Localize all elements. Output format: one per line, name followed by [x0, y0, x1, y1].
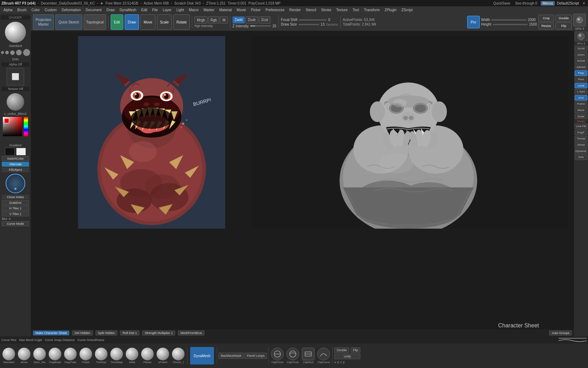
mrgb-button[interactable]: Mrgb — [194, 16, 207, 23]
brush-move[interactable]: Move — [17, 347, 32, 364]
menu-preferences[interactable]: Preferences — [263, 7, 286, 13]
brush-clay-tube[interactable]: ClayTube — [63, 347, 78, 364]
menu-zplugin[interactable]: ZPlugin — [382, 7, 399, 13]
menu-light[interactable]: Light — [174, 7, 186, 13]
poly-f-button[interactable]: PolyF — [575, 130, 587, 136]
brush-circle-1[interactable]: ClipCircle — [270, 347, 285, 364]
xyz-button[interactable]: XYZ — [575, 95, 587, 101]
floor-button[interactable]: Floor — [575, 77, 587, 82]
auto-groups-button[interactable]: Auto Groups — [549, 331, 572, 335]
brush-trim-adap[interactable]: TrimAdap — [109, 347, 124, 364]
menus-button[interactable]: Menus — [541, 1, 555, 6]
move-button[interactable]: Move — [140, 14, 155, 30]
topological-button[interactable]: Topological — [84, 14, 106, 30]
color-picker[interactable] — [3, 117, 28, 142]
brush-inflat[interactable]: Inflat — [125, 347, 139, 364]
brush-standard[interactable]: Standard — [1, 347, 16, 364]
script-button[interactable]: Default2Script — [557, 1, 579, 5]
quick-save-button[interactable]: QuickSave — [492, 1, 511, 6]
menu-custom[interactable]: Custom — [43, 7, 59, 13]
hue-bar[interactable] — [24, 117, 28, 136]
del-hidden-button[interactable]: Del Hidden — [72, 331, 93, 335]
menu-color[interactable]: Color — [29, 7, 42, 13]
flip-bottom-button[interactable]: Flip — [351, 347, 361, 353]
menu-transform[interactable]: Transform — [362, 7, 382, 13]
curve-res-label[interactable]: Curve Res — [1, 338, 16, 342]
v-tiles-button[interactable]: V Tiles 1 — [2, 211, 29, 216]
menu-macro[interactable]: Macro — [187, 7, 201, 13]
width-slider[interactable] — [491, 19, 526, 21]
perp-button[interactable]: Perp — [575, 70, 587, 76]
texture-off[interactable]: Texture Off — [1, 87, 29, 91]
brush-trim-dyn[interactable]: TrimDyn — [94, 347, 109, 364]
local-button[interactable]: Local — [575, 83, 587, 89]
max-bend-label[interactable]: Max Bend Angle — [19, 338, 42, 342]
menu-picker[interactable]: Picker — [249, 7, 263, 13]
alternate-button[interactable]: Alternate — [2, 162, 29, 167]
draw-size-slider[interactable] — [298, 24, 319, 25]
menu-stroke[interactable]: Stroke — [319, 7, 333, 13]
menu-document[interactable]: Document — [84, 7, 104, 13]
panel-loops-button[interactable]: Panel Loops — [244, 353, 267, 359]
mesh-from-brus-button[interactable]: MeshFromBrus — [178, 331, 205, 335]
see-through-button[interactable]: See-through 0 — [514, 1, 539, 6]
scale-right-button[interactable]: Scale — [575, 114, 587, 119]
brush-circle-2[interactable]: ClipCircle — [285, 347, 300, 364]
viewport[interactable]: Concept — [31, 31, 574, 336]
switch-color-button[interactable]: SwitchColor — [2, 156, 29, 161]
menu-edit[interactable]: Edit — [139, 7, 149, 13]
menu-layer[interactable]: Layer — [161, 7, 174, 13]
brush-planar[interactable]: Planar — [140, 347, 155, 364]
grab-doc-button[interactable]: GrabDoc — [2, 200, 29, 205]
dynamic-right-button[interactable]: Dynamic — [575, 148, 587, 154]
fill-obj-button[interactable]: FillObject — [2, 167, 29, 172]
solo-button[interactable]: Solo — [575, 154, 587, 160]
menu-draw[interactable]: Draw — [104, 7, 117, 13]
dynmesh-button[interactable]: DynaMesh — [190, 347, 214, 364]
zsub-button[interactable]: Zsub — [245, 16, 258, 23]
menu-texture[interactable]: Texture — [334, 7, 350, 13]
unify-button[interactable]: Unify — [334, 354, 360, 359]
bpr-button[interactable] — [575, 32, 587, 41]
split-hidden-button[interactable]: Split Hidden — [96, 331, 118, 335]
alpha-preview[interactable]: ⬜ — [7, 68, 24, 85]
swatch-black[interactable] — [5, 148, 15, 155]
z-intensity-slider[interactable] — [250, 25, 271, 27]
roll-dist-button[interactable]: Roll Dist 1 — [120, 331, 139, 335]
menu-file[interactable]: File — [150, 7, 160, 13]
menu-deformation[interactable]: Deformation — [60, 7, 83, 13]
circle-control[interactable] — [6, 174, 25, 193]
actual-button[interactable]: Actual — [575, 58, 587, 64]
m-button[interactable]: M — [220, 16, 228, 23]
backface-mask-button[interactable]: BackfaceMask — [219, 353, 244, 359]
menu-material[interactable]: Material — [217, 7, 234, 13]
brush-icon[interactable] — [5, 22, 26, 43]
zcut-button[interactable]: Zcut — [259, 16, 270, 23]
curve-mode-button[interactable]: Curve Mode — [2, 221, 29, 226]
ghost-button[interactable]: Ghost — [575, 142, 587, 148]
frame-button[interactable]: Frame — [575, 101, 587, 107]
move-right-button[interactable]: Move — [575, 107, 587, 113]
menu-movie[interactable]: Movie — [235, 7, 248, 13]
aa-half-button[interactable]: AAHalf — [575, 64, 587, 70]
line-fill-button[interactable]: Line Fill — [575, 124, 587, 129]
menu-render[interactable]: Render — [287, 7, 303, 13]
menu-zscript[interactable]: ZScript — [399, 7, 415, 13]
resize-button[interactable]: Resize — [538, 22, 554, 29]
edit-button[interactable]: Edit — [111, 14, 123, 30]
curve-smooth-label[interactable]: Curve Smoothness — [77, 338, 104, 342]
brush-spolish[interactable]: sPolish — [155, 347, 170, 364]
l-sym-button[interactable]: L.Sym — [575, 89, 587, 95]
projection-master-button[interactable]: Projection Master — [33, 14, 54, 30]
alpha-off[interactable]: Alpha Off — [1, 62, 29, 67]
bpr-icon[interactable] — [573, 14, 586, 26]
flip-button[interactable]: Flip — [555, 22, 572, 29]
rotate-button[interactable]: Rotate — [173, 14, 190, 30]
transp-button[interactable]: Transp — [575, 136, 587, 141]
brush-clip-curve[interactable]: ClipCurve — [316, 347, 331, 364]
rgb-button[interactable]: Rgb — [208, 16, 219, 23]
focal-shift-slider[interactable] — [299, 19, 327, 21]
close-button[interactable]: ✕ — [581, 1, 587, 6]
height-slider[interactable] — [493, 24, 528, 25]
brush-dam-sta[interactable]: Dam_Sta — [32, 347, 47, 364]
